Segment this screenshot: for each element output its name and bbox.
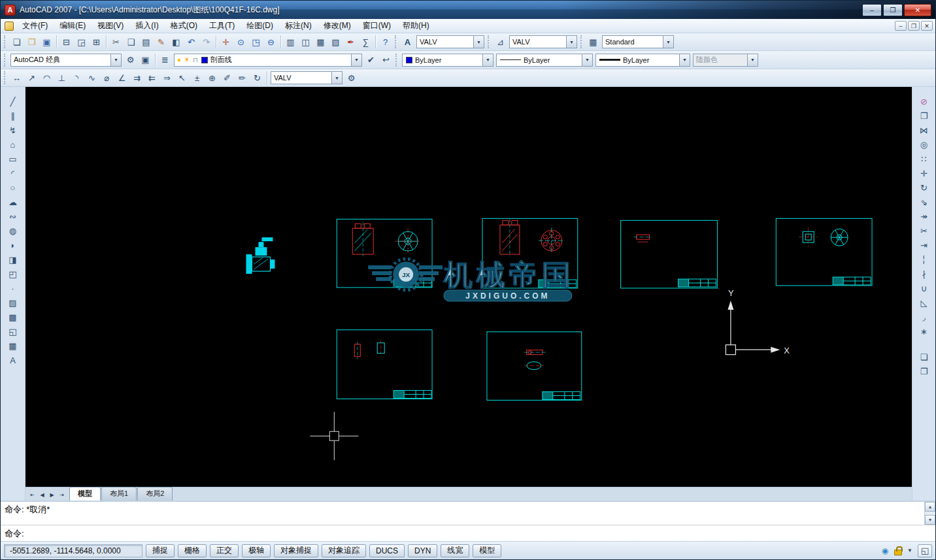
sheet-set-manager-icon[interactable]: ▧ bbox=[328, 35, 343, 49]
plot-preview-icon[interactable]: ◲ bbox=[74, 35, 89, 49]
command-input[interactable]: 命令: bbox=[1, 525, 935, 541]
mirror-icon[interactable]: ⋈ bbox=[916, 124, 933, 137]
title-bar[interactable]: A AutoCAD 2007 - [C:\Users\Administrator… bbox=[1, 1, 935, 19]
valve-part[interactable] bbox=[246, 237, 275, 274]
menu-modify[interactable]: 修改(M) bbox=[318, 18, 357, 33]
osnap-toggle[interactable]: 对象捕捉 bbox=[274, 544, 318, 557]
mdi-close-button[interactable]: ✕ bbox=[921, 21, 933, 31]
communication-center-icon[interactable]: ◉ bbox=[879, 545, 891, 557]
point-icon[interactable]: ∙ bbox=[5, 282, 22, 295]
toolbar-grip[interactable] bbox=[4, 71, 7, 84]
model-toggle[interactable]: 模型 bbox=[473, 544, 501, 557]
continue-dimension-icon[interactable]: ⇒ bbox=[159, 71, 175, 85]
otrack-toggle[interactable]: 对象追踪 bbox=[322, 544, 366, 557]
arc-icon[interactable]: ◜ bbox=[5, 167, 22, 180]
draworder-front-icon[interactable]: ❏ bbox=[916, 350, 933, 364]
text-style-combo[interactable]: VALV ▼ bbox=[416, 35, 484, 48]
undo-icon[interactable]: ↶ bbox=[184, 35, 199, 49]
chevron-down-icon[interactable]: ▼ bbox=[566, 36, 577, 48]
ortho-toggle[interactable]: 正交 bbox=[210, 544, 239, 557]
scroll-down-icon[interactable]: ▼ bbox=[925, 515, 935, 525]
circle-icon[interactable]: ○ bbox=[5, 181, 22, 195]
layer-freeze-sun-icon[interactable]: ☀ bbox=[184, 56, 190, 63]
chevron-down-icon[interactable]: ▼ bbox=[663, 36, 673, 48]
quick-dimension-icon[interactable]: ⇉ bbox=[129, 71, 144, 85]
tab-layout2[interactable]: 布局2 bbox=[137, 487, 173, 501]
toolbar-grip[interactable] bbox=[395, 35, 398, 48]
dimension-style-combo[interactable]: VALV ▼ bbox=[271, 71, 343, 84]
new-icon[interactable]: ❏ bbox=[9, 35, 24, 49]
minimize-button[interactable]: – bbox=[862, 4, 882, 16]
chevron-down-icon[interactable]: ▼ bbox=[473, 36, 484, 48]
quick-leader-icon[interactable]: ↖ bbox=[175, 71, 190, 85]
dyn-toggle[interactable]: DYN bbox=[408, 544, 437, 557]
dim-style-icon[interactable]: ⊿ bbox=[493, 35, 508, 49]
table-style-icon[interactable]: ▦ bbox=[586, 35, 601, 49]
chevron-down-icon[interactable]: ▼ bbox=[331, 72, 342, 84]
clean-screen-button[interactable]: ◱ bbox=[918, 544, 932, 557]
dim-style-combo-standard[interactable]: VALV ▼ bbox=[509, 35, 577, 48]
drawing-frame-5[interactable] bbox=[337, 330, 432, 399]
paste-icon[interactable]: ▤ bbox=[139, 35, 154, 49]
tab-model[interactable]: 模型 bbox=[69, 487, 101, 501]
chevron-down-icon[interactable]: ▼ bbox=[351, 54, 361, 66]
layer-properties-manager-icon[interactable]: ≣ bbox=[158, 53, 173, 67]
toolbar-lock-icon[interactable] bbox=[894, 550, 902, 555]
mdi-minimize-button[interactable]: – bbox=[895, 21, 907, 31]
rectangle-icon[interactable]: ▭ bbox=[5, 152, 22, 166]
construction-line-icon[interactable]: ∥ bbox=[5, 109, 22, 123]
markup-set-manager-icon[interactable]: ✒ bbox=[343, 35, 358, 49]
drawing-frame-4[interactable] bbox=[776, 218, 872, 286]
toolbar-grip[interactable] bbox=[395, 54, 399, 67]
stretch-icon[interactable]: ↠ bbox=[916, 210, 933, 223]
menu-draw[interactable]: 绘图(D) bbox=[241, 18, 279, 33]
erase-icon[interactable]: ⊘ bbox=[916, 95, 933, 108]
coordinates-display[interactable]: -5051.2689, -1114.5648, 0.0000 bbox=[4, 544, 142, 557]
snap-toggle[interactable]: 捕捉 bbox=[146, 544, 175, 557]
maximize-button[interactable]: ❐ bbox=[883, 4, 903, 16]
match-properties-icon[interactable]: ✎ bbox=[154, 35, 169, 49]
menu-edit[interactable]: 编辑(E) bbox=[54, 18, 92, 33]
toolbar-grip[interactable] bbox=[488, 35, 491, 48]
make-object-layer-current-icon[interactable]: ✔ bbox=[363, 53, 378, 67]
chevron-down-icon[interactable]: ▼ bbox=[110, 54, 121, 66]
chamfer-icon[interactable]: ◺ bbox=[916, 296, 933, 310]
fillet-icon[interactable]: ◞ bbox=[916, 310, 933, 324]
designcenter-icon[interactable]: ◫ bbox=[298, 35, 313, 49]
arc-length-dimension-icon[interactable]: ◠ bbox=[39, 71, 54, 85]
region-icon[interactable]: ◱ bbox=[5, 325, 22, 338]
line-icon[interactable]: ╱ bbox=[5, 95, 22, 108]
chevron-down-icon[interactable]: ▼ bbox=[582, 54, 592, 66]
redo-icon[interactable]: ↷ bbox=[199, 35, 214, 49]
layer-previous-icon[interactable]: ↩ bbox=[378, 53, 393, 67]
table-style-combo[interactable]: Standard ▼ bbox=[602, 35, 674, 48]
dimension-edit-icon[interactable]: ✐ bbox=[220, 71, 235, 85]
menu-dimension[interactable]: 标注(N) bbox=[279, 18, 318, 33]
drawing-frame-3[interactable] bbox=[621, 220, 718, 288]
menu-file[interactable]: 文件(F) bbox=[16, 18, 54, 33]
join-icon[interactable]: ∪ bbox=[916, 282, 933, 295]
help-icon[interactable]: ? bbox=[378, 35, 393, 49]
multiline-text-icon[interactable]: A bbox=[5, 354, 22, 367]
quick-calc-icon[interactable]: ∑ bbox=[358, 35, 373, 49]
move-icon[interactable]: ✛ bbox=[916, 167, 933, 180]
ordinate-dimension-icon[interactable]: ⊥ bbox=[54, 71, 69, 85]
close-button[interactable]: ✕ bbox=[904, 4, 931, 16]
save-icon[interactable]: ▣ bbox=[39, 35, 54, 49]
workspace-save-icon[interactable]: ▣ bbox=[138, 53, 153, 67]
menu-window[interactable]: 窗口(W) bbox=[357, 18, 397, 33]
zoom-realtime-icon[interactable]: ⊙ bbox=[233, 35, 248, 49]
color-combo[interactable]: ByLayer ▼ bbox=[402, 54, 493, 67]
mdi-restore-button[interactable]: ❐ bbox=[908, 21, 920, 31]
break-icon[interactable]: ∤ bbox=[916, 267, 933, 281]
zoom-previous-icon[interactable]: ⊖ bbox=[263, 35, 278, 49]
toolbar-grip[interactable] bbox=[4, 35, 7, 48]
rotate-icon[interactable]: ↻ bbox=[916, 181, 933, 195]
block-editor-icon[interactable]: ◧ bbox=[169, 35, 184, 49]
tab-nav-first-icon[interactable]: ⇤ bbox=[27, 489, 37, 500]
layer-on-bulb-icon[interactable]: ● bbox=[177, 57, 181, 63]
autocad-logo-icon[interactable]: A bbox=[5, 5, 16, 16]
status-menu-arrow-icon[interactable]: ▼ bbox=[905, 545, 914, 557]
command-scrollbar[interactable]: ▲ ▼ bbox=[924, 502, 935, 525]
scale-icon[interactable]: ⇘ bbox=[916, 195, 933, 209]
